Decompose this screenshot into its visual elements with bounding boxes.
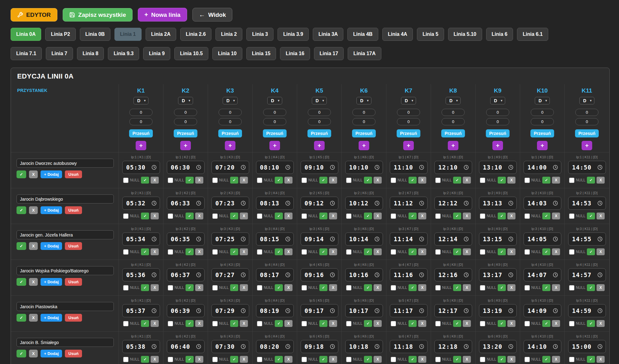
- course-type-select[interactable]: D: [490, 97, 505, 104]
- time-input[interactable]: 11:14: [390, 232, 428, 246]
- confirm-time-button[interactable]: ✓: [364, 248, 372, 255]
- confirm-time-button[interactable]: ✓: [319, 213, 327, 219]
- clear-time-button[interactable]: X: [329, 320, 337, 327]
- clear-time-button[interactable]: X: [240, 213, 248, 219]
- null-checkbox[interactable]: [168, 213, 173, 219]
- null-checkbox[interactable]: [302, 285, 307, 290]
- clear-time-button[interactable]: X: [463, 177, 471, 184]
- confirm-time-button[interactable]: ✓: [364, 320, 372, 327]
- confirm-time-button[interactable]: ✓: [587, 284, 595, 291]
- null-checkbox[interactable]: [257, 213, 262, 219]
- move-button[interactable]: Przesuń: [441, 129, 465, 137]
- editor-button[interactable]: EDYTOR: [11, 8, 57, 22]
- time-input[interactable]: 14:09: [524, 304, 561, 317]
- offset-input-2[interactable]: [575, 118, 598, 125]
- stop-add-button[interactable]: + Dodaj: [41, 278, 62, 286]
- time-input[interactable]: 08:19: [256, 304, 294, 317]
- time-input[interactable]: 14:10: [524, 340, 561, 353]
- clear-time-button[interactable]: X: [195, 320, 203, 327]
- null-checkbox[interactable]: [302, 178, 307, 183]
- stop-confirm-button[interactable]: ✓: [17, 170, 26, 178]
- null-checkbox[interactable]: [435, 357, 441, 362]
- add-departure-button[interactable]: +: [269, 141, 280, 150]
- clear-time-button[interactable]: X: [284, 213, 293, 219]
- stop-remove-button[interactable]: Usuń: [65, 314, 82, 322]
- null-checkbox[interactable]: [525, 357, 530, 362]
- time-input[interactable]: 14:59: [568, 304, 606, 317]
- move-button[interactable]: Przesuń: [174, 129, 197, 137]
- line-tab-linia-5-10[interactable]: Linia 5.10: [448, 28, 482, 41]
- confirm-time-button[interactable]: ✓: [319, 284, 327, 291]
- stop-name-input[interactable]: [17, 159, 114, 168]
- stop-remove-button[interactable]: Usuń: [65, 206, 82, 214]
- offset-input-2[interactable]: [486, 118, 509, 125]
- null-checkbox[interactable]: [302, 321, 307, 326]
- confirm-time-button[interactable]: ✓: [587, 177, 595, 184]
- null-checkbox[interactable]: [391, 178, 396, 183]
- confirm-time-button[interactable]: ✓: [230, 284, 238, 291]
- confirm-time-button[interactable]: ✓: [364, 284, 372, 291]
- null-checkbox[interactable]: [525, 285, 530, 290]
- null-checkbox[interactable]: [346, 285, 351, 290]
- line-tab-linia-0b[interactable]: Linia 0B: [80, 28, 110, 41]
- null-checkbox[interactable]: [212, 357, 218, 362]
- clear-time-button[interactable]: X: [151, 177, 159, 184]
- null-checkbox[interactable]: [212, 285, 218, 290]
- time-input[interactable]: 13:17: [479, 268, 517, 281]
- clear-time-button[interactable]: X: [507, 213, 515, 219]
- confirm-time-button[interactable]: ✓: [186, 213, 194, 219]
- clear-time-button[interactable]: X: [418, 213, 426, 219]
- clear-time-button[interactable]: X: [418, 177, 426, 184]
- null-checkbox[interactable]: [435, 213, 441, 219]
- stop-remove-button[interactable]: Usuń: [65, 278, 82, 286]
- time-input[interactable]: 09:17: [301, 304, 338, 317]
- clear-time-button[interactable]: X: [195, 248, 203, 255]
- confirm-time-button[interactable]: ✓: [364, 177, 372, 184]
- time-input[interactable]: 07:30: [211, 340, 249, 353]
- clear-time-button[interactable]: X: [418, 248, 426, 255]
- time-input[interactable]: 10:10: [345, 161, 383, 174]
- clear-time-button[interactable]: X: [552, 213, 560, 219]
- clear-time-button[interactable]: X: [463, 320, 471, 327]
- stop-name-input[interactable]: [17, 230, 114, 239]
- clear-time-button[interactable]: X: [374, 356, 382, 363]
- confirm-time-button[interactable]: ✓: [542, 248, 550, 255]
- offset-input-1[interactable]: [352, 109, 375, 116]
- time-input[interactable]: 09:16: [301, 268, 338, 281]
- null-checkbox[interactable]: [212, 213, 218, 219]
- stop-name-input[interactable]: [17, 338, 114, 347]
- null-checkbox[interactable]: [525, 178, 530, 183]
- time-input[interactable]: 08:20: [256, 340, 294, 353]
- null-checkbox[interactable]: [391, 285, 396, 290]
- confirm-time-button[interactable]: ✓: [141, 248, 149, 255]
- confirm-time-button[interactable]: ✓: [498, 320, 506, 327]
- stop-confirm-button[interactable]: ✓: [17, 278, 26, 286]
- offset-input-1[interactable]: [486, 109, 509, 116]
- time-input[interactable]: 13:19: [479, 304, 517, 317]
- clear-time-button[interactable]: X: [374, 248, 382, 255]
- time-input[interactable]: 13:15: [479, 232, 517, 246]
- time-input[interactable]: 12:16: [434, 268, 472, 281]
- clear-time-button[interactable]: X: [195, 177, 203, 184]
- clear-time-button[interactable]: X: [463, 356, 471, 363]
- null-checkbox[interactable]: [525, 321, 530, 326]
- line-tab-linia-3a[interactable]: Linia 3A: [313, 28, 343, 41]
- null-checkbox[interactable]: [435, 178, 441, 183]
- line-tab-linia-2a[interactable]: Linia 2A: [146, 28, 176, 41]
- offset-input-1[interactable]: [442, 109, 465, 116]
- confirm-time-button[interactable]: ✓: [275, 320, 283, 327]
- confirm-time-button[interactable]: ✓: [275, 356, 283, 363]
- confirm-time-button[interactable]: ✓: [542, 213, 550, 219]
- confirm-time-button[interactable]: ✓: [141, 177, 149, 184]
- course-type-select[interactable]: D: [401, 97, 416, 104]
- confirm-time-button[interactable]: ✓: [186, 248, 194, 255]
- time-input[interactable]: 11:12: [390, 197, 428, 210]
- clear-time-button[interactable]: X: [284, 248, 293, 255]
- line-tab-linia-6[interactable]: Linia 6: [486, 28, 513, 41]
- null-checkbox[interactable]: [212, 249, 218, 255]
- null-checkbox[interactable]: [168, 321, 173, 326]
- null-checkbox[interactable]: [569, 249, 574, 255]
- time-input[interactable]: 07:29: [211, 304, 249, 317]
- null-checkbox[interactable]: [480, 357, 485, 362]
- confirm-time-button[interactable]: ✓: [453, 320, 461, 327]
